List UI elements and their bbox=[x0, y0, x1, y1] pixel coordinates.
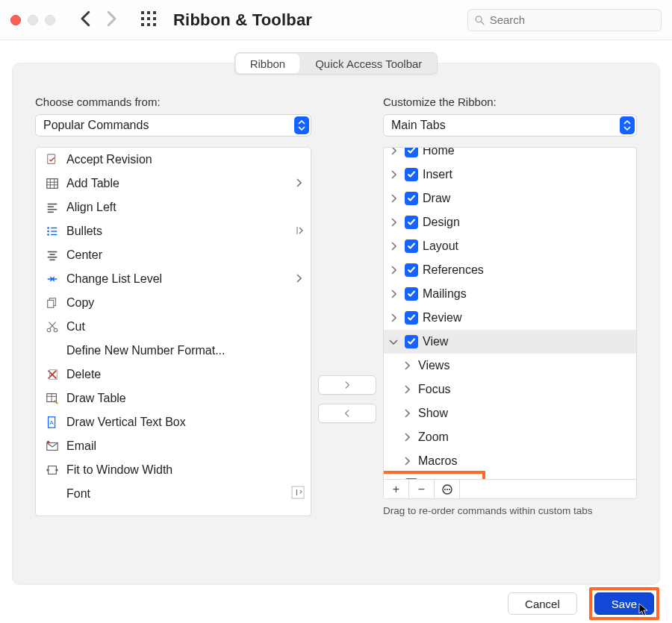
command-label: Center bbox=[66, 248, 305, 262]
chevron-right-icon[interactable] bbox=[387, 289, 400, 298]
tab-tree-child[interactable]: Focus bbox=[384, 378, 636, 401]
command-item[interactable]: Email bbox=[36, 434, 311, 458]
chevron-right-icon[interactable] bbox=[387, 313, 400, 322]
checkbox-icon[interactable] bbox=[405, 335, 418, 348]
remove-tab-button[interactable]: − bbox=[409, 480, 435, 498]
checkbox-icon[interactable] bbox=[405, 240, 418, 253]
checkbox-icon[interactable] bbox=[405, 287, 418, 301]
choose-commands-dropdown[interactable]: Popular Commands bbox=[35, 114, 311, 137]
show-all-icon[interactable] bbox=[140, 10, 157, 29]
command-item[interactable]: Cut bbox=[36, 315, 311, 339]
tab-segmented-control[interactable]: Ribbon Quick Access Toolbar bbox=[234, 52, 438, 75]
checkbox-icon[interactable] bbox=[405, 168, 418, 181]
nav-arrows bbox=[75, 7, 122, 32]
tab-tree-item[interactable]: View bbox=[384, 330, 636, 354]
chevron-right-icon[interactable] bbox=[400, 409, 414, 418]
window-controls bbox=[10, 15, 55, 25]
chevron-right-icon[interactable] bbox=[387, 242, 400, 251]
checkbox-icon[interactable] bbox=[405, 478, 418, 479]
command-label: Align Left bbox=[66, 201, 305, 214]
svg-line-36 bbox=[49, 322, 55, 329]
forward-button[interactable] bbox=[100, 7, 122, 32]
tab-tree-item[interactable]: Mailings bbox=[384, 282, 636, 306]
command-item[interactable]: Align Left bbox=[36, 195, 311, 219]
search-input[interactable] bbox=[490, 13, 655, 26]
chevron-right-icon[interactable] bbox=[400, 457, 414, 466]
child-label: Views bbox=[418, 359, 449, 372]
chevron-right-icon[interactable] bbox=[387, 148, 400, 155]
chevron-right-icon[interactable] bbox=[400, 433, 414, 442]
customize-ribbon-dropdown[interactable]: Main Tabs bbox=[383, 114, 637, 137]
search-field[interactable] bbox=[467, 9, 662, 31]
command-item[interactable]: Bullets bbox=[36, 219, 311, 243]
tab-label: Draw bbox=[423, 192, 450, 205]
command-item[interactable]: Delete bbox=[36, 363, 311, 386]
minimize-window-icon[interactable] bbox=[28, 15, 38, 25]
chevron-down-icon[interactable] bbox=[387, 339, 400, 345]
tab-settings-button[interactable] bbox=[435, 480, 460, 498]
command-item[interactable]: FontI bbox=[36, 482, 311, 506]
checkbox-icon[interactable] bbox=[405, 192, 418, 205]
tab-tree-item[interactable]: Design bbox=[384, 210, 636, 234]
checkbox-icon[interactable] bbox=[405, 263, 418, 277]
svg-point-52 bbox=[444, 489, 446, 490]
tab-label: Insert bbox=[423, 168, 452, 181]
tab-tree-item[interactable]: Developer bbox=[384, 473, 636, 479]
tab-tree-item[interactable]: Review bbox=[384, 306, 636, 330]
bullets-icon bbox=[45, 224, 60, 239]
child-label: Zoom bbox=[418, 431, 449, 444]
tab-tree-item[interactable]: References bbox=[384, 258, 636, 282]
command-item[interactable]: Add Table bbox=[36, 172, 311, 195]
add-command-button[interactable] bbox=[318, 375, 376, 395]
tab-quick-access-toolbar[interactable]: Quick Access Toolbar bbox=[300, 53, 437, 74]
tab-label: Design bbox=[423, 216, 460, 229]
svg-rect-8 bbox=[153, 23, 156, 26]
svg-rect-3 bbox=[141, 17, 144, 20]
command-label: Add Table bbox=[66, 177, 289, 190]
back-button[interactable] bbox=[75, 7, 97, 32]
svg-point-21 bbox=[47, 227, 49, 229]
chevron-right-icon[interactable] bbox=[400, 361, 414, 370]
command-item[interactable]: Define New Number Format... bbox=[36, 339, 311, 363]
command-item[interactable]: Center bbox=[36, 243, 311, 267]
tab-tree-child[interactable]: Macros bbox=[384, 449, 636, 473]
zoom-window-icon[interactable] bbox=[45, 15, 55, 25]
customize-column: Customize the Ribbon: Main Tabs HomeInse… bbox=[383, 96, 637, 516]
command-item[interactable]: Draw Table bbox=[36, 386, 311, 410]
command-item[interactable]: Fit to Window Width bbox=[36, 458, 311, 482]
tab-tree-item[interactable]: Home bbox=[384, 148, 636, 163]
command-item[interactable]: ADraw Vertical Text Box bbox=[36, 410, 311, 434]
tab-tree-child[interactable]: Show bbox=[384, 401, 636, 425]
tab-label: Home bbox=[423, 148, 455, 157]
checkbox-icon[interactable] bbox=[405, 311, 418, 325]
tab-tree-item[interactable]: Layout bbox=[384, 234, 636, 258]
font-picker-icon[interactable]: I bbox=[291, 486, 305, 502]
command-item[interactable]: Change List Level bbox=[36, 267, 311, 291]
vertical-textbox-icon: A bbox=[45, 415, 60, 430]
chevron-right-icon[interactable] bbox=[387, 194, 400, 203]
close-window-icon[interactable] bbox=[10, 15, 21, 25]
checkbox-icon[interactable] bbox=[405, 148, 418, 157]
svg-point-35 bbox=[54, 328, 57, 332]
chevron-right-icon[interactable] bbox=[387, 170, 400, 179]
tab-tree-item[interactable]: Insert bbox=[384, 163, 636, 187]
tab-ribbon[interactable]: Ribbon bbox=[236, 54, 300, 73]
chevron-right-icon[interactable] bbox=[387, 266, 400, 275]
command-item[interactable]: Copy bbox=[36, 291, 311, 315]
chevron-right-icon[interactable] bbox=[387, 218, 400, 227]
tab-tree-child[interactable]: Zoom bbox=[384, 425, 636, 449]
add-tab-button[interactable]: + bbox=[384, 480, 409, 498]
command-label: Fit to Window Width bbox=[66, 463, 305, 477]
save-button[interactable]: Save bbox=[594, 592, 654, 615]
commands-listbox[interactable]: Accept RevisionAdd TableAlign LeftBullet… bbox=[35, 147, 311, 516]
chevron-right-icon[interactable] bbox=[400, 385, 414, 394]
choose-commands-value: Popular Commands bbox=[43, 119, 149, 132]
remove-command-button[interactable] bbox=[318, 404, 376, 423]
cancel-button[interactable]: Cancel bbox=[508, 592, 577, 615]
ribbon-tabs-tree[interactable]: HomeInsertDrawDesignLayoutReferencesMail… bbox=[383, 147, 637, 499]
command-item[interactable]: Accept Revision bbox=[36, 148, 311, 172]
checkbox-icon[interactable] bbox=[405, 216, 418, 229]
tab-tree-item[interactable]: Draw bbox=[384, 187, 636, 210]
tab-tree-child[interactable]: Views bbox=[384, 354, 636, 378]
svg-point-47 bbox=[47, 441, 50, 444]
